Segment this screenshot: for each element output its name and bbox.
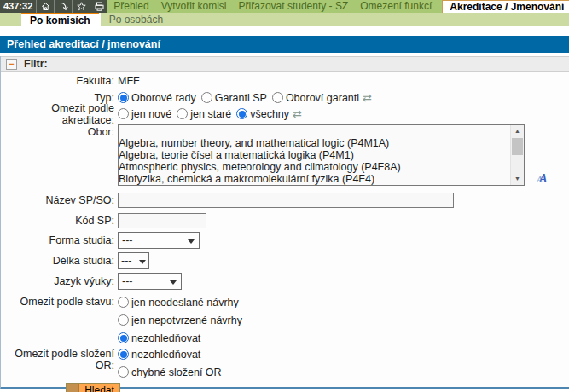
delka-label: Délka studia:	[1, 255, 118, 267]
tab-po-osobach[interactable]: Po osobách	[99, 13, 171, 26]
radio-option-stav-nezohlednovat[interactable]: nezohledňovat	[118, 329, 200, 347]
radio-label: Oborové rady	[129, 92, 196, 104]
kod-label: Kód SP:	[1, 215, 118, 227]
menu-item-omezeni-funkci[interactable]: Omezení funkcí	[360, 0, 432, 13]
home-icon[interactable]	[36, 0, 54, 13]
akreditace-label: Omezit podle akreditace:	[1, 102, 118, 126]
delka-select-value: ---	[121, 255, 132, 267]
chevron-down-icon	[170, 280, 177, 285]
filter-header: − Filtr:	[1, 56, 569, 72]
tab-po-komisich[interactable]: Po komisích	[21, 13, 99, 26]
radio-button[interactable]	[201, 92, 212, 103]
page: 437:32 Přehled Vytvořit komisi Přiřazova…	[0, 0, 569, 392]
radio-label: jen staré	[188, 108, 231, 120]
top-menu-bar: 437:32 Přehled Vytvořit komisi Přiřazova…	[0, 0, 569, 13]
radio-option-garanti-sp[interactable]: Garanti SP	[201, 92, 267, 104]
radio-label: jen nové	[129, 108, 171, 120]
fakulta-value: MFF	[118, 75, 140, 87]
radio-label: Garanti SP	[212, 92, 267, 104]
radio-button[interactable]	[118, 314, 129, 326]
favorite-star-icon[interactable]	[72, 0, 90, 13]
radio-option-jen-nepotvrzene[interactable]: jen nepotvrzené návrhy	[118, 311, 242, 329]
radio-option-slozeni-nezohlednovat[interactable]: nezohledňovat	[118, 345, 200, 363]
print-icon[interactable]	[90, 0, 107, 13]
kod-input[interactable]	[118, 213, 206, 228]
radio-button[interactable]	[118, 92, 129, 103]
radio-label: jen nepotvrzené návrhy	[129, 314, 242, 326]
sub-tab-bar: Po komisích Po osobách	[0, 13, 569, 26]
fakulta-label: Fakulta:	[1, 75, 118, 87]
forma-label: Forma studia:	[1, 234, 118, 246]
list-item[interactable]: Atmospheric physics, meteorology and cli…	[119, 161, 524, 173]
slozeni-label: Omezit podle složení OR:	[1, 345, 118, 372]
radio-button[interactable]	[118, 349, 129, 360]
radio-option-oborove-rady[interactable]: Oborové rady	[118, 92, 196, 104]
radio-button[interactable]	[236, 108, 247, 119]
radio-button[interactable]	[118, 108, 129, 119]
row-akreditace: Omezit podle akreditace: jen nové jen st…	[1, 106, 569, 122]
collapse-icon[interactable]: −	[6, 59, 17, 70]
radio-button[interactable]	[118, 366, 129, 378]
filter-panel: − Filtr: Fakulta: MFF Typ: Oborové rady …	[0, 56, 569, 389]
radio-button[interactable]	[272, 92, 283, 103]
list-item[interactable]: Biofyzika, chemická a makromolekulární f…	[119, 173, 524, 185]
nazev-input[interactable]	[118, 193, 454, 208]
obor-listbox[interactable]: Algebra, number theory, and mathematical…	[118, 124, 525, 186]
refresh-icon[interactable]: ⇄	[363, 91, 372, 104]
nazev-label: Název SP/SO:	[1, 194, 118, 206]
chevron-down-icon	[188, 239, 195, 244]
search-button-label: Hledat	[79, 384, 119, 392]
main-menu: Přehled Vytvořit komisi Přiřazovat stude…	[107, 0, 432, 13]
radio-label: jen neodeslané návrhy	[129, 297, 239, 308]
forma-select[interactable]: ---	[118, 232, 200, 249]
row-obor: Obor: Algebra, number theory, and mathem…	[1, 124, 569, 186]
search-button-grip	[67, 384, 79, 392]
row-kod: Kód SP:	[1, 213, 569, 228]
scroll-up-icon[interactable]: ▲	[511, 125, 524, 137]
row-forma: Forma studia: ---	[1, 232, 569, 249]
search-button[interactable]: Hledat	[66, 383, 120, 392]
alphabet-sort-icon[interactable]: AA	[537, 174, 548, 184]
menu-item-prehled[interactable]: Přehled	[113, 0, 148, 13]
subtab-spacer	[0, 13, 21, 26]
row-stav: Omezit podle stavu: jen neodeslané návrh…	[1, 293, 569, 347]
radio-option-jen-neodeslane[interactable]: jen neodeslané návrhy	[118, 293, 239, 311]
radio-label: nezohledňovat	[129, 349, 200, 360]
menu-item-prirazovat-studenty[interactable]: Přiřazovat studenty - SZ	[239, 0, 349, 13]
row-fakulta: Fakulta: MFF	[1, 74, 569, 88]
radio-button[interactable]	[118, 297, 129, 308]
listbox-scrollbar[interactable]: ▲ ▼	[510, 125, 524, 185]
delka-select[interactable]: ---	[118, 252, 149, 269]
tab-akreditace-jmenovani[interactable]: Akreditace / Jmenování	[442, 0, 569, 13]
radio-option-vsechny[interactable]: všechny	[236, 108, 289, 120]
radio-label: všechny	[247, 108, 289, 120]
redirect-arrow-icon[interactable]	[54, 0, 72, 13]
radio-label: nezohledňovat	[129, 332, 200, 344]
page-title: Přehled akreditací / jmenování	[0, 36, 569, 53]
scrollbar-thumb[interactable]	[512, 138, 523, 155]
scroll-down-icon[interactable]: ▼	[511, 173, 524, 185]
forma-select-value: ---	[122, 234, 133, 246]
list-item[interactable]: Algebra, teorie čísel a matematická logi…	[119, 149, 524, 161]
stav-label: Omezit podle stavu:	[1, 293, 118, 308]
radio-option-jen-stare[interactable]: jen staré	[177, 108, 231, 120]
jazyk-select[interactable]: ---	[118, 273, 182, 290]
radio-button[interactable]	[118, 332, 129, 343]
row-nazev: Název SP/SO:	[1, 193, 569, 208]
list-item[interactable]: Biophysics, chemical and macromolecular …	[119, 185, 524, 186]
obor-label: Obor:	[1, 124, 118, 138]
list-item[interactable]: Algebra, number theory, and mathematical…	[119, 137, 524, 149]
row-jazyk: Jazyk výuky: ---	[1, 273, 569, 290]
radio-label: chybné složení OR	[129, 366, 222, 378]
radio-label: Oboroví garanti	[283, 92, 359, 104]
radio-option-chybne-slozeni[interactable]: chybné složení OR	[118, 363, 222, 381]
menu-item-vytvorit-komisi[interactable]: Vytvořit komisi	[161, 0, 227, 13]
filter-title: Filtr:	[24, 58, 48, 70]
radio-button[interactable]	[177, 108, 188, 119]
row-slozeni: Omezit podle složení OR: nezohledňovat c…	[1, 345, 569, 381]
chevron-down-icon	[139, 260, 146, 264]
radio-option-oborovi-garanti[interactable]: Oboroví garanti	[272, 92, 359, 104]
radio-option-jen-nove[interactable]: jen nové	[118, 108, 171, 120]
refresh-icon[interactable]: ⇄	[293, 107, 302, 120]
quick-toolbar: 437:32	[0, 0, 107, 13]
